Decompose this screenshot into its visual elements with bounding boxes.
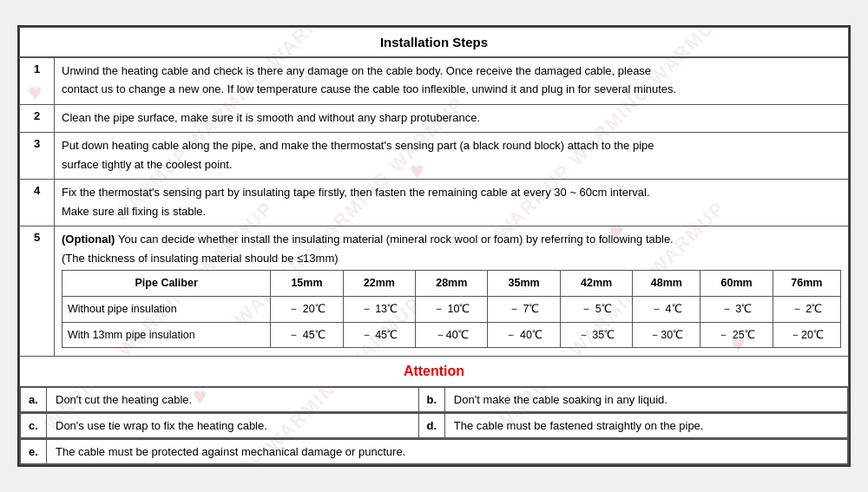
pipe-header-60mm: 60mm [700,271,773,297]
step-1-number: 1 [20,57,55,105]
step-2-row: 2 Clean the pipe surface, make sure it i… [20,104,849,133]
with-ins-15mm: － 45℃ [271,322,343,348]
pipe-caliber-header: Pipe Caliber [62,271,271,297]
with-ins-35mm: － 40℃ [488,322,560,348]
no-ins-60mm: － 3℃ [700,296,773,322]
pipe-header-35mm: 35mm [488,271,560,297]
attention-d-label: d. [418,414,444,438]
step-1-line-1: Unwind the heating cable and check is th… [62,62,841,80]
step-4-number: 4 [20,180,55,226]
optional-label: (Optional) [62,233,118,246]
step-4-row: 4 Fix the thermostat's sensing part by i… [20,180,849,226]
step-5-optional-line: (Optional) You can decide whether instal… [62,231,841,248]
step-5-optional-text: You can decide whether install the insul… [118,233,674,246]
no-ins-76mm: － 2℃ [773,296,840,322]
with-ins-42mm: － 35℃ [560,322,632,348]
attention-title: Attention [20,357,849,387]
step-2-line-1: Clean the pipe surface, make sure it is … [62,109,841,127]
step-1-row: 1 Unwind the heating cable and check is … [20,57,849,105]
no-ins-48mm: － 4℃ [633,296,700,322]
step-4-content: Fix the thermostat's sensing part by ins… [55,180,849,226]
step-5-content: (Optional) You can decide whether instal… [55,226,849,357]
no-ins-15mm: － 20℃ [271,296,343,322]
attention-e-text: The cable must be protected against mech… [47,440,848,464]
attention-c-text: Don's use tie wrap to fix the heating ca… [47,414,419,438]
pipe-header-76mm: 76mm [773,271,840,297]
attention-title-row: Attention [20,357,849,387]
pipe-row-with-insulation: With 13mm pipe insulation － 45℃ － 45℃ －4… [62,322,841,348]
attention-e-table: e. The cable must be protected against m… [20,439,848,464]
attention-c-label: c. [21,414,47,438]
page-container: ♥ ♥ ♥ ♥ ♥ WARMUP WARMING WARMUP WARMUP W… [17,25,851,468]
pipe-header-48mm: 48mm [633,271,700,297]
attention-e-label: e. [21,440,47,464]
main-table: Installation Steps 1 Unwind the heating … [19,27,849,466]
with-ins-60mm: － 25℃ [700,322,773,348]
with-ins-48mm: －30℃ [633,322,700,348]
step-3-number: 3 [20,133,55,180]
step-5-extra-line: (The thickness of insulating material sh… [62,250,841,267]
step-4-line-2: Make sure all fixing is stable. [62,203,841,220]
no-insulation-label: Without pipe insulation [62,296,271,322]
attention-ab-inner-row: a. Don't cut the heating cable. b. Don't… [21,388,848,412]
step-1-content: Unwind the heating cable and check is th… [55,57,849,105]
step-5-row: 5 (Optional) You can decide whether inst… [20,226,849,357]
step-5-number: 5 [20,226,55,357]
attention-cd-inner-row: c. Don's use tie wrap to fix the heating… [21,414,848,438]
attention-ab-table: a. Don't cut the heating cable. b. Don't… [20,387,848,412]
pipe-row-no-insulation: Without pipe insulation － 20℃ － 13℃ － 10… [62,296,841,322]
attention-cd-table: c. Don's use tie wrap to fix the heating… [20,413,848,438]
title-row: Installation Steps [20,27,849,57]
attention-d-text: The cable must be fastened straightly on… [444,414,847,438]
attention-e-inner-row: e. The cable must be protected against m… [21,440,848,464]
pipe-caliber-table: Pipe Caliber 15mm 22mm 28mm 35mm 42mm 48… [62,270,841,348]
pipe-header-22mm: 22mm [343,271,415,297]
attention-e-row: e. The cable must be protected against m… [20,439,849,465]
attention-cd-row: c. Don's use tie wrap to fix the heating… [20,413,849,439]
step-2-number: 2 [20,104,55,133]
no-ins-22mm: － 13℃ [343,296,415,322]
step-3-line-1: Put down heating cable along the pipe, a… [62,137,841,154]
pipe-table-header-row: Pipe Caliber 15mm 22mm 28mm 35mm 42mm 48… [62,271,841,297]
step-3-content: Put down heating cable along the pipe, a… [55,133,849,180]
step-2-content: Clean the pipe surface, make sure it is … [55,104,849,133]
step-4-line-1: Fix the thermostat's sensing part by ins… [62,184,841,201]
pipe-header-42mm: 42mm [560,271,632,297]
attention-a-text: Don't cut the heating cable. [47,388,419,412]
no-ins-42mm: － 5℃ [560,296,632,322]
no-ins-28mm: － 10℃ [416,296,488,322]
attention-b-label: b. [418,388,444,412]
with-insulation-label: With 13mm pipe insulation [62,322,271,348]
step-3-row: 3 Put down heating cable along the pipe,… [20,133,849,180]
step-1-line-2: contact us to change a new one. If low t… [62,81,841,98]
page-title: Installation Steps [20,27,849,57]
with-ins-22mm: － 45℃ [343,322,415,348]
no-ins-35mm: － 7℃ [488,296,560,322]
pipe-header-28mm: 28mm [416,271,488,297]
attention-ab-row: a. Don't cut the heating cable. b. Don't… [20,387,849,413]
with-ins-76mm: －20℃ [773,322,840,348]
attention-b-text: Don't make the cable soaking in any liqu… [444,388,847,412]
pipe-header-15mm: 15mm [271,271,343,297]
with-ins-28mm: －40℃ [416,322,488,348]
attention-a-label: a. [21,388,47,412]
step-3-line-2: surface tightly at the coolest point. [62,156,841,174]
